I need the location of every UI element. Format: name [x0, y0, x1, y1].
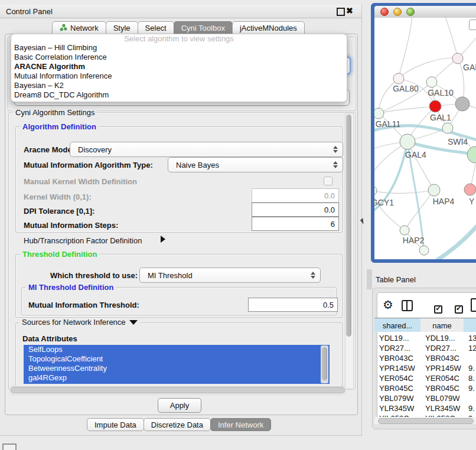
collapse-arrow-icon[interactable]: [129, 320, 138, 325]
table-row[interactable]: YBL079WYBL079W: [374, 393, 476, 403]
mi-threshold-definition-title: MI Threshold Definition: [26, 283, 116, 292]
network-node-swi4[interactable]: [442, 123, 453, 133]
expand-arrow-icon[interactable]: [161, 236, 165, 243]
attribute-item-selfloops[interactable]: SelfLoops: [24, 345, 330, 354]
column-header-shared-[interactable]: shared...: [374, 318, 421, 332]
network-window: GALGAL80GAL10GAL1GAL11SWI4GAL4GCY1HAP4YH…: [371, 3, 476, 263]
bottom-tabs: Impute DataDiscretize DataInfer Network: [87, 418, 270, 431]
apply-button[interactable]: Apply: [158, 398, 201, 413]
tab-impute-data[interactable]: Impute Data: [87, 418, 144, 431]
data-attributes-list: SelfLoopsTopologicalCoefficientBetweenne…: [24, 345, 330, 384]
tab-style[interactable]: Style: [106, 21, 138, 35]
mi-threshold-field[interactable]: 0.5: [248, 298, 338, 312]
table-cell: 8.: [464, 373, 476, 383]
algorithm-option-mutual-information-inference[interactable]: Mutual Information Inference: [11, 71, 347, 81]
network-node-hap2[interactable]: [400, 226, 409, 235]
tab-infer-network[interactable]: Infer Network: [210, 418, 271, 431]
algorithm-option-bayesian-k2[interactable]: Bayesian – K2: [11, 81, 347, 90]
mi-algorithm-type-combobox[interactable]: Naive Bayes: [168, 157, 343, 172]
application-window: Control Panel ✖ NetworkStyleSelectCyni T…: [0, 0, 476, 450]
attribute-item-gal4rgexp[interactable]: gal4RGexp: [24, 373, 330, 383]
network-node-gal80[interactable]: [393, 73, 404, 84]
settings-hscrollbar-thumb[interactable]: [11, 387, 345, 393]
network-node-label: GAL: [463, 63, 476, 72]
network-node-y[interactable]: [464, 184, 476, 195]
table-cell: YBR043C: [420, 353, 464, 363]
gear-icon[interactable]: ⚙: [383, 299, 393, 311]
minimized-panel-icon[interactable]: [2, 444, 17, 450]
tab-label: Style: [113, 24, 131, 32]
network-node-label: SWI4: [448, 137, 468, 146]
tab-network[interactable]: Network: [52, 21, 106, 35]
mi-algorithm-type-label: Mutual Information Algorithm Type:: [24, 161, 153, 169]
table-row[interactable]: YBR045CYBR045C9.: [374, 383, 476, 393]
which-threshold-value: MI Threshold: [148, 271, 193, 280]
attribute-item-betweennesscentrality[interactable]: BetweennessCentrality: [24, 364, 330, 373]
network-node-gal4[interactable]: [400, 134, 415, 149]
network-canvas[interactable]: GALGAL80GAL10GAL1GAL11SWI4GAL4GCY1HAP4YH…: [374, 18, 476, 259]
checked-checkbox-icon[interactable]: [434, 305, 442, 314]
column-header-name[interactable]: name: [420, 318, 464, 332]
table-row[interactable]: YLR345WYLR345W9.: [374, 403, 476, 413]
tab-cyni-toolbox[interactable]: Cyni Toolbox: [174, 21, 233, 35]
tab-jactivemnodules[interactable]: jActiveMNodules: [232, 21, 305, 35]
mi-algorithm-type-value: Naive Bayes: [176, 161, 219, 169]
tab-discretize-data[interactable]: Discretize Data: [144, 418, 211, 431]
table-row[interactable]: YDR27...YDR27...12: [374, 343, 476, 353]
which-threshold-combobox[interactable]: MI Threshold: [139, 268, 321, 283]
network-window-titlebar: [374, 6, 476, 18]
network-node[interactable]: [419, 246, 429, 255]
minimize-window-icon[interactable]: [393, 8, 402, 16]
tab-select[interactable]: Select: [138, 21, 174, 35]
close-window-icon[interactable]: [380, 8, 389, 16]
close-panel-icon[interactable]: ✖: [346, 6, 353, 15]
control-panel-titlebar: Control Panel: [0, 5, 361, 18]
table-row[interactable]: YPR145WYPR145W9.: [374, 363, 476, 373]
mi-steps-field[interactable]: 6: [252, 217, 339, 231]
network-node-label: GAL1: [430, 113, 451, 122]
table-panel-title: Table Panel: [376, 275, 416, 284]
settings-scrollbar-thumb[interactable]: [346, 115, 351, 337]
network-node-gal1[interactable]: [429, 100, 441, 112]
algorithm-dropdown-list: Bayesian – Hill ClimbingBasic Correlatio…: [11, 43, 347, 100]
table-cell: 13: [464, 333, 476, 343]
table-hscrollbar-thumb[interactable]: [378, 418, 474, 424]
table-row[interactable]: YDL19...YDL19...13: [374, 333, 476, 343]
aracne-mode-combobox[interactable]: Discovery: [70, 142, 343, 157]
network-node[interactable]: [467, 146, 476, 163]
table-cell: YBL079W: [420, 393, 464, 403]
algorithm-option-bayesian-hill-climbing[interactable]: Bayesian – Hill Climbing: [11, 43, 347, 53]
hub-definition-label: Hub/Transcription Factor Definition: [24, 236, 142, 245]
network-node-gal[interactable]: [452, 53, 463, 64]
attribute-item-topologicalcoefficient[interactable]: TopologicalCoefficient: [24, 354, 330, 364]
algorithm-option-aracne-algorithm[interactable]: ARACNE Algorithm: [11, 62, 347, 71]
table-row[interactable]: YBR043CYBR043C: [374, 353, 476, 363]
network-node-gcy1[interactable]: [374, 185, 377, 196]
table-row[interactable]: YER054CYER054C8.: [374, 373, 476, 383]
zoom-window-icon[interactable]: [406, 8, 415, 16]
network-node-label: HAP4: [433, 197, 455, 206]
pane-divider-fragment: [367, 269, 372, 289]
dpi-tolerance-label: DPI Tolerance [0,1]:: [24, 207, 94, 216]
tab-label: Discretize Data: [151, 420, 203, 429]
network-node[interactable]: [455, 97, 470, 111]
tab-label: jActiveMNodules: [240, 24, 297, 32]
column-header-2[interactable]: [464, 318, 476, 332]
dpi-tolerance-field[interactable]: 0.0: [252, 203, 339, 217]
top-tabs: NetworkStyleSelectCyni ToolboxjActiveMNo…: [52, 21, 304, 35]
network-node-hap4[interactable]: [428, 184, 440, 196]
float-panel-icon[interactable]: [337, 8, 345, 16]
network-node-gal10[interactable]: [426, 77, 437, 87]
document-icon[interactable]: [471, 298, 476, 312]
column-split-icon[interactable]: [402, 300, 413, 311]
algorithm-dropdown-placeholder: Select algorithm to view settings: [11, 34, 347, 43]
algorithm-option-dream8-dc-tdc-algorithm[interactable]: Dream8 DC_TDC Algorithm: [11, 90, 347, 100]
network-node-label: HAP2: [403, 236, 425, 245]
checked-checkbox-icon[interactable]: [455, 305, 463, 314]
table-cell: 9.: [464, 383, 476, 393]
algorithm-option-basic-correlation-inference[interactable]: Basic Correlation Inference: [11, 53, 347, 62]
network-node-gal11[interactable]: [374, 108, 384, 119]
table-cell: YBR045C: [420, 383, 464, 393]
table-cell: YDL19...: [420, 333, 464, 343]
attribute-list-scrollbar-thumb[interactable]: [322, 347, 327, 380]
